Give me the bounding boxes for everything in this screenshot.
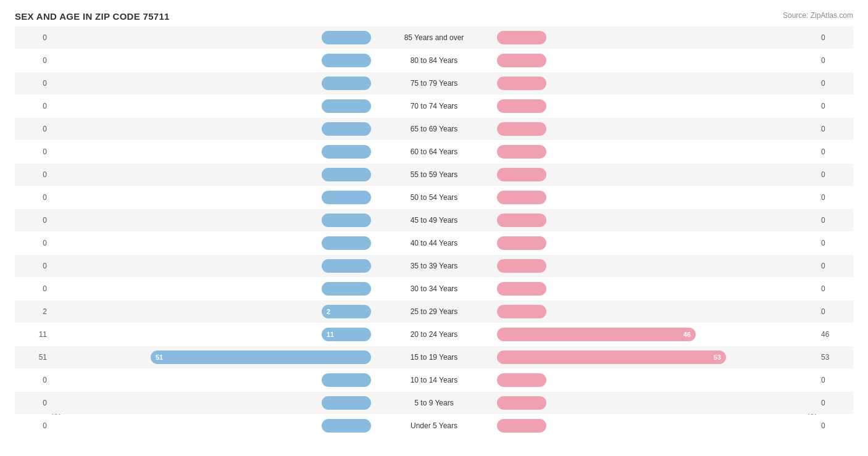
chart-row: 515115 to 19 Years5353 xyxy=(15,346,853,368)
source-label: Source: ZipAtlas.com xyxy=(783,11,853,20)
age-label: 80 to 84 Years xyxy=(372,56,496,65)
female-value: 0 xyxy=(816,421,853,430)
age-label: 40 to 44 Years xyxy=(372,239,496,247)
male-value: 11 xyxy=(15,330,52,339)
female-bar xyxy=(497,373,546,387)
female-bar xyxy=(497,191,546,204)
chart-row: 035 to 39 Years0 xyxy=(15,255,853,277)
age-label: 10 to 14 Years xyxy=(372,376,496,384)
female-bar-container xyxy=(496,49,816,72)
female-bar-container xyxy=(496,72,816,94)
female-bar-container xyxy=(496,27,816,49)
chart-row: 010 to 14 Years0 xyxy=(15,369,853,391)
male-bar-container xyxy=(52,369,372,391)
male-value: 0 xyxy=(15,399,52,407)
female-bar-container xyxy=(496,186,816,209)
male-bar xyxy=(322,373,371,387)
male-value: 0 xyxy=(15,125,52,133)
female-bar-container xyxy=(496,95,816,117)
age-label: 5 to 9 Years xyxy=(372,399,496,407)
male-bar-container xyxy=(52,186,372,209)
female-value: 0 xyxy=(816,376,853,384)
female-value: 0 xyxy=(816,79,853,88)
female-bar xyxy=(497,396,546,410)
male-bar: 2 xyxy=(322,305,371,318)
male-bar: 11 xyxy=(322,328,371,341)
male-bar-container xyxy=(52,164,372,186)
female-bar xyxy=(497,305,546,318)
male-value: 0 xyxy=(15,170,52,179)
female-bar xyxy=(497,168,546,181)
male-bar-container xyxy=(52,392,372,414)
female-bar xyxy=(497,236,546,250)
male-bar-container xyxy=(52,27,372,49)
chart-row: 040 to 44 Years0 xyxy=(15,232,853,254)
male-value: 0 xyxy=(15,284,52,293)
male-bar xyxy=(322,259,371,273)
female-value: 0 xyxy=(816,399,853,407)
male-bar: 51 xyxy=(151,350,371,364)
age-label: 65 to 69 Years xyxy=(372,125,496,133)
female-value: 0 xyxy=(816,125,853,133)
female-bar-container xyxy=(496,209,816,231)
female-bar-container xyxy=(496,278,816,300)
male-bar-container: 51 xyxy=(52,346,372,368)
chart-row: 045 to 49 Years0 xyxy=(15,209,853,231)
male-bar-container xyxy=(52,255,372,277)
female-value: 0 xyxy=(816,193,853,202)
female-bar-container xyxy=(496,301,816,323)
age-label: 20 to 24 Years xyxy=(372,330,496,339)
male-bar-container xyxy=(52,209,372,231)
age-label: 55 to 59 Years xyxy=(372,170,496,179)
chart-row: 111120 to 24 Years4646 xyxy=(15,323,853,346)
female-bar-container: 53 xyxy=(496,346,816,368)
female-bar xyxy=(497,54,546,67)
chart-title: SEX AND AGE IN ZIP CODE 75711 xyxy=(15,11,853,22)
female-bar-container xyxy=(496,118,816,140)
age-label: 25 to 29 Years xyxy=(372,307,496,316)
male-bar-container: 2 xyxy=(52,301,372,323)
chart-row: 030 to 34 Years0 xyxy=(15,278,853,300)
female-value: 0 xyxy=(816,216,853,225)
chart-row: 060 to 64 Years0 xyxy=(15,141,853,163)
male-bar xyxy=(322,191,371,204)
male-bar-container xyxy=(52,415,372,437)
chart-row: 050 to 54 Years0 xyxy=(15,186,853,209)
female-bar xyxy=(497,259,546,273)
chart-row: 065 to 69 Years0 xyxy=(15,118,853,140)
male-value: 0 xyxy=(15,56,52,65)
female-bar-container xyxy=(496,392,816,414)
female-bar-container xyxy=(496,141,816,163)
female-value: 0 xyxy=(816,262,853,270)
male-bar-container xyxy=(52,49,372,72)
male-value: 0 xyxy=(15,193,52,202)
male-bar xyxy=(322,31,371,44)
age-label: Under 5 Years xyxy=(372,421,496,430)
female-bar xyxy=(497,145,546,159)
male-bar-container: 11 xyxy=(52,323,372,346)
male-bar-container xyxy=(52,278,372,300)
female-value: 0 xyxy=(816,170,853,179)
female-bar-container xyxy=(496,232,816,254)
female-bar-container xyxy=(496,415,816,437)
male-value: 51 xyxy=(15,353,52,362)
female-value: 0 xyxy=(816,33,853,42)
male-bar-value: 51 xyxy=(156,354,163,361)
age-label: 45 to 49 Years xyxy=(372,216,496,225)
chart-row: 055 to 59 Years0 xyxy=(15,164,853,186)
male-value: 0 xyxy=(15,79,52,88)
male-bar xyxy=(322,77,371,90)
female-value: 0 xyxy=(816,239,853,247)
chart-row: 085 Years and over0 xyxy=(15,27,853,49)
age-label: 30 to 34 Years xyxy=(372,284,496,293)
male-bar xyxy=(322,213,371,227)
age-label: 75 to 79 Years xyxy=(372,79,496,88)
female-value: 0 xyxy=(816,284,853,293)
male-value: 0 xyxy=(15,33,52,42)
male-value: 0 xyxy=(15,239,52,247)
male-bar xyxy=(322,168,371,181)
male-bar xyxy=(322,54,371,67)
male-bar-container xyxy=(52,141,372,163)
male-value: 0 xyxy=(15,102,52,110)
chart-row: 070 to 74 Years0 xyxy=(15,95,853,117)
